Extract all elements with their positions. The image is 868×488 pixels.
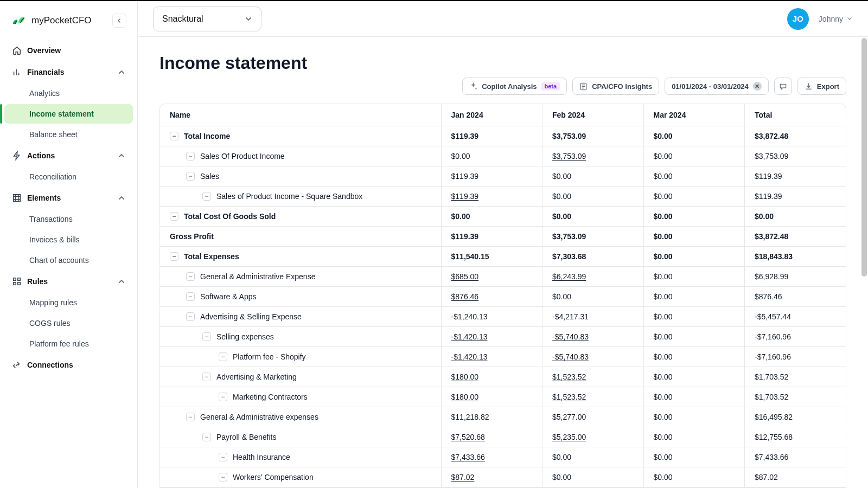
amount[interactable]: $87.02 — [451, 473, 475, 481]
amount[interactable]: -$1,420.13 — [451, 352, 488, 361]
collapse-toggle[interactable]: − — [186, 413, 195, 421]
sidebar-group-rules[interactable]: Rules — [4, 271, 133, 292]
cell-value[interactable]: $7,433.66 — [441, 447, 542, 467]
amount: $0.00 — [654, 352, 673, 361]
sidebar-item-label: Income statement — [29, 110, 94, 118]
amount[interactable]: $180.00 — [451, 393, 479, 401]
user-menu[interactable]: Johnny — [819, 15, 853, 23]
cell-value[interactable]: $119.39 — [441, 187, 542, 207]
main: Snacktural JO Johnny Income statement Co… — [138, 1, 868, 488]
sidebar-item-analytics[interactable]: Analytics — [4, 84, 133, 103]
income-table-wrap[interactable]: Name Jan 2024 Feb 2024 Mar 2024 Total −T… — [159, 104, 846, 488]
amount[interactable]: -$5,740.83 — [552, 352, 589, 361]
row-name: Platform fee - Shopify — [233, 352, 306, 361]
collapse-toggle[interactable]: − — [202, 192, 211, 201]
cell-value[interactable]: $180.00 — [441, 367, 542, 387]
cell-value[interactable]: $87.02 — [441, 467, 542, 487]
amount[interactable]: $685.00 — [451, 272, 479, 281]
cell-value[interactable]: $1,523.52 — [542, 387, 643, 407]
scrollbar-thumb[interactable] — [861, 38, 867, 277]
sidebar-item-cogs-rules[interactable]: COGS rules — [4, 313, 133, 333]
collapse-toggle[interactable]: − — [219, 453, 227, 461]
collapse-toggle[interactable]: − — [186, 172, 195, 181]
cell-value[interactable]: $685.00 — [441, 267, 542, 287]
sidebar: myPocketCFO OverviewFinancialsAnalyticsI… — [0, 1, 138, 488]
avatar[interactable]: JO — [787, 8, 809, 30]
download-icon — [805, 82, 813, 91]
sidebar-item-invoices-bills[interactable]: Invoices & bills — [4, 230, 133, 249]
collapse-toggle[interactable]: − — [186, 152, 195, 160]
sidebar-item-transactions[interactable]: Transactions — [4, 209, 133, 229]
collapse-toggle[interactable]: − — [219, 473, 227, 481]
bolt-icon — [12, 151, 22, 160]
amount: $11,218.82 — [451, 413, 489, 421]
sidebar-group-actions[interactable]: Actions — [4, 145, 133, 166]
amount[interactable]: $876.46 — [451, 292, 479, 301]
sidebar-item-platform-fee-rules[interactable]: Platform fee rules — [4, 334, 133, 354]
logo[interactable]: myPocketCFO — [11, 12, 92, 29]
collapse-toggle[interactable]: − — [219, 352, 227, 361]
cell-value[interactable]: -$5,740.83 — [542, 347, 643, 367]
sidebar-item-balance-sheet[interactable]: Balance sheet — [4, 125, 133, 144]
cell-value[interactable]: $3,753.09 — [542, 146, 643, 166]
cell-value[interactable]: -$5,740.83 — [542, 327, 643, 347]
collapse-toggle[interactable]: − — [186, 292, 195, 301]
sidebar-group-elements[interactable]: Elements — [4, 188, 133, 208]
collapse-toggle[interactable]: − — [202, 373, 211, 381]
collapse-toggle[interactable]: − — [170, 212, 178, 221]
amount: $0.00 — [654, 252, 673, 261]
cell-value[interactable]: $6,243.99 — [542, 267, 643, 287]
amount[interactable]: -$1,420.13 — [451, 332, 488, 341]
amount: $0.00 — [654, 192, 673, 201]
cell-value[interactable]: $1,523.52 — [542, 367, 643, 387]
cell-value[interactable]: -$1,420.13 — [441, 327, 542, 347]
sidebar-item-reconciliation[interactable]: Reconciliation — [4, 167, 133, 187]
sidebar-group-financials[interactable]: Financials — [4, 62, 133, 82]
amount[interactable]: $3,753.09 — [552, 152, 586, 160]
amount[interactable]: $7,433.66 — [451, 453, 485, 461]
cell-value[interactable]: $180.00 — [441, 387, 542, 407]
cell-value[interactable]: $5,235.00 — [542, 427, 643, 447]
cell-value: $16,495.82 — [744, 407, 846, 427]
export-button[interactable]: Export — [797, 78, 846, 95]
sidebar-item-label: COGS rules — [29, 319, 70, 328]
sidebar-item-label: Chart of accounts — [29, 256, 89, 265]
collapse-toggle[interactable]: − — [170, 252, 178, 261]
collapse-toggle[interactable]: − — [202, 332, 211, 341]
collapse-toggle[interactable]: − — [219, 393, 227, 401]
amount: $0.00 — [654, 292, 673, 301]
collapse-sidebar-button[interactable] — [112, 14, 126, 28]
table-row: −Marketing Contractors$180.00$1,523.52$0… — [160, 387, 846, 407]
cell-value: $0.00 — [542, 166, 643, 187]
collapse-toggle[interactable]: − — [202, 433, 211, 441]
collapse-toggle[interactable]: − — [186, 312, 195, 321]
amount[interactable]: $1,523.52 — [552, 373, 586, 381]
sidebar-item-mapping-rules[interactable]: Mapping rules — [4, 293, 133, 312]
clear-date-icon[interactable]: ✕ — [753, 82, 762, 91]
comment-button[interactable] — [774, 78, 792, 95]
amount[interactable]: $7,520.68 — [451, 433, 485, 441]
collapse-toggle[interactable]: − — [186, 272, 195, 281]
cell-value: $0.00 — [643, 327, 744, 347]
copilot-analysis-button[interactable]: Copilot Analysis beta — [462, 78, 567, 95]
cell-value[interactable]: $7,520.68 — [441, 427, 542, 447]
amount[interactable]: $119.39 — [451, 192, 479, 201]
amount[interactable]: -$5,740.83 — [552, 332, 589, 341]
sidebar-item-connections[interactable]: Connections — [4, 355, 133, 375]
cell-value[interactable]: -$1,420.13 — [441, 347, 542, 367]
company-select[interactable]: Snacktural — [153, 7, 261, 31]
sidebar-item-chart-of-accounts[interactable]: Chart of accounts — [4, 251, 133, 270]
sidebar-item-income-statement[interactable]: Income statement — [4, 104, 133, 124]
cell-value[interactable]: $876.46 — [441, 287, 542, 307]
amount[interactable]: $5,235.00 — [552, 433, 586, 441]
amount[interactable]: $6,243.99 — [552, 272, 586, 281]
row-name: Advertising & Selling Expense — [200, 312, 302, 321]
amount[interactable]: $1,523.52 — [552, 393, 586, 401]
cpa-insights-button[interactable]: CPA/CFO Insights — [572, 78, 659, 95]
sidebar-item-overview[interactable]: Overview — [4, 40, 133, 61]
cell-value: $7,303.68 — [542, 247, 643, 267]
date-range-button[interactable]: 01/01/2024 - 03/01/2024 ✕ — [665, 78, 769, 95]
collapse-toggle[interactable]: − — [170, 132, 178, 140]
page-scrollbar[interactable] — [858, 1, 868, 478]
amount[interactable]: $180.00 — [451, 373, 479, 381]
